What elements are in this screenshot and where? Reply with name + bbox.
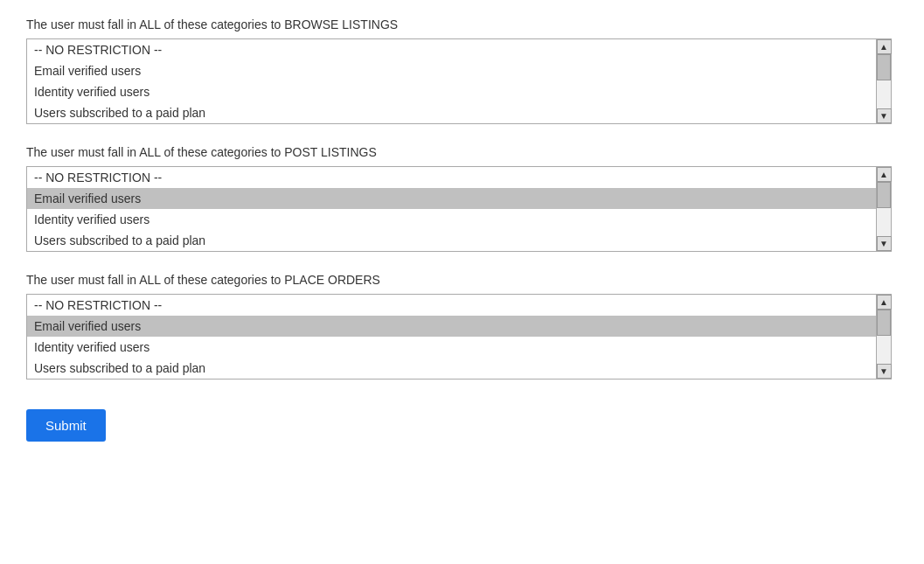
post-scrollbar: ▲ ▼ xyxy=(876,167,891,251)
post-listings-section: The user must fall in ALL of these categ… xyxy=(26,145,898,252)
browse-listings-label: The user must fall in ALL of these categ… xyxy=(26,17,898,31)
post-listings-listbox[interactable]: -- NO RESTRICTION -- Email verified user… xyxy=(27,167,891,251)
list-item[interactable]: -- NO RESTRICTION -- xyxy=(27,295,891,316)
post-listings-label: The user must fall in ALL of these categ… xyxy=(26,145,898,159)
list-item[interactable]: Identity verified users xyxy=(27,209,891,230)
scroll-up-arrow[interactable]: ▲ xyxy=(877,295,892,310)
list-item[interactable]: -- NO RESTRICTION -- xyxy=(27,167,891,188)
list-item[interactable]: Users subscribed to a paid plan xyxy=(27,230,891,251)
place-orders-listbox[interactable]: -- NO RESTRICTION -- Email verified user… xyxy=(27,295,891,379)
list-item[interactable]: Users subscribed to a paid plan xyxy=(27,358,891,379)
place-orders-listbox-wrapper: -- NO RESTRICTION -- Email verified user… xyxy=(26,294,892,379)
browse-listings-section: The user must fall in ALL of these categ… xyxy=(26,17,898,124)
list-item[interactable]: Identity verified users xyxy=(27,81,891,102)
list-item[interactable]: Email verified users xyxy=(27,188,891,209)
list-item[interactable]: Users subscribed to a paid plan xyxy=(27,102,891,123)
list-item[interactable]: Email verified users xyxy=(27,60,891,81)
scroll-thumb-area xyxy=(877,182,891,236)
scroll-thumb-area xyxy=(877,310,891,364)
list-item[interactable]: Email verified users xyxy=(27,316,891,337)
post-listings-listbox-wrapper: -- NO RESTRICTION -- Email verified user… xyxy=(26,166,892,252)
scroll-thumb[interactable] xyxy=(877,54,891,80)
order-scrollbar: ▲ ▼ xyxy=(876,295,891,379)
scroll-thumb[interactable] xyxy=(877,310,891,336)
place-orders-section: The user must fall in ALL of these categ… xyxy=(26,273,898,379)
scroll-down-arrow[interactable]: ▼ xyxy=(877,364,892,379)
place-orders-label: The user must fall in ALL of these categ… xyxy=(26,273,898,287)
scroll-thumb-area xyxy=(877,54,891,108)
scroll-up-arrow[interactable]: ▲ xyxy=(877,167,892,182)
scroll-down-arrow[interactable]: ▼ xyxy=(877,236,892,251)
scroll-thumb[interactable] xyxy=(877,182,891,208)
scroll-up-arrow[interactable]: ▲ xyxy=(877,39,892,54)
browse-listings-listbox[interactable]: -- NO RESTRICTION -- Email verified user… xyxy=(27,39,891,123)
list-item[interactable]: Identity verified users xyxy=(27,337,891,358)
browse-listings-listbox-wrapper: -- NO RESTRICTION -- Email verified user… xyxy=(26,38,892,124)
scroll-down-arrow[interactable]: ▼ xyxy=(877,108,892,123)
list-item[interactable]: -- NO RESTRICTION -- xyxy=(27,39,891,60)
submit-button[interactable]: Submit xyxy=(26,409,106,442)
browse-scrollbar: ▲ ▼ xyxy=(876,39,891,123)
